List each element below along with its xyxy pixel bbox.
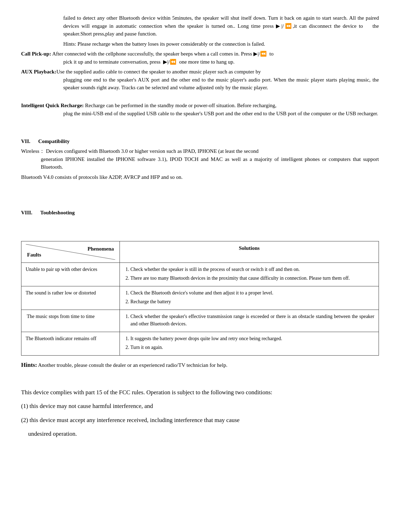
recharge-text-start: Recharge can be performed in the standby… bbox=[84, 103, 276, 108]
table-row: The music stops from time to time Check … bbox=[21, 310, 379, 332]
aux-text-start: Use the supplied audio cable to connect … bbox=[56, 69, 260, 74]
hints-text: Another trouble, please consult the deal… bbox=[37, 362, 227, 368]
section8-roman: VIII. bbox=[21, 210, 32, 215]
fcc-title: This device complies with part 15 of the… bbox=[21, 388, 379, 397]
hints-prefix: Hints: bbox=[21, 362, 37, 368]
fault-cell-4: The Bluetooth indicator remains off bbox=[21, 332, 120, 355]
phenomena-label: Phenomena bbox=[88, 245, 114, 253]
intro-para1: failed to detect any other Bluetooth dev… bbox=[63, 14, 379, 38]
wireless-label: Wireless： bbox=[21, 148, 45, 154]
wireless-text-rest: generation IPHONE installed the IPHONE s… bbox=[41, 155, 379, 171]
call-pickup-block: Call Pick-up: After connected with the c… bbox=[21, 50, 379, 66]
section8-title: Toubleshooting bbox=[40, 210, 75, 215]
fcc-item1: (1) this device may not cause harmful in… bbox=[21, 402, 379, 411]
solution-cell-4: It suggests the battery power drops quit… bbox=[120, 332, 379, 355]
faults-label: Faults bbox=[27, 251, 41, 259]
fcc-item2: (2) this device must accept any interfer… bbox=[21, 416, 379, 425]
wireless-text-start: Devices configured with Bluetooth 3.0 or… bbox=[45, 148, 259, 154]
fcc-section: This device complies with part 15 of the… bbox=[21, 388, 379, 439]
fault-cell-1: Unable to pair up with other devices bbox=[21, 262, 120, 286]
intro-hints: Hints: Please recharge when the battery … bbox=[63, 40, 379, 48]
recharge-block: Intelligent Quick Recharge: Recharge can… bbox=[21, 102, 379, 117]
solution-cell-3: Check whether the speaker's effective tr… bbox=[120, 310, 379, 332]
table-row: The Bluetooth indicator remains off It s… bbox=[21, 332, 379, 355]
aux-playback-block: AUX Playback:Use the supplied audio cabl… bbox=[21, 68, 379, 92]
solution-cell-2: Check the Bluetooth device's volume and … bbox=[120, 286, 379, 310]
call-pickup-text: After connected with the cellphone succe… bbox=[52, 51, 273, 57]
hints-section: Hints: Another trouble, please consult t… bbox=[21, 361, 379, 370]
fault-cell-3: The music stops from time to time bbox=[21, 310, 120, 332]
table-row: The sound is rather low or distorted Che… bbox=[21, 286, 379, 310]
recharge-text-rest: plug the mini-USB end of the supplied US… bbox=[63, 110, 379, 118]
fcc-item2b: undesired operation. bbox=[28, 429, 379, 439]
table-row: Unable to pair up with other devices Che… bbox=[21, 262, 379, 286]
section7-heading: VII. Compatibility bbox=[21, 137, 379, 145]
troubleshooting-table: Faults Phenomena Solutions Unable to pai… bbox=[21, 241, 379, 356]
section8-heading: VIII. Toubleshooting bbox=[21, 209, 379, 217]
bt-line: Bluetooth V4.0 consists of protocols lik… bbox=[21, 173, 379, 181]
fault-cell-2: The sound is rather low or distorted bbox=[21, 286, 120, 310]
call-pickup-cont: pick it up and to terminate conversation… bbox=[63, 58, 379, 66]
solutions-header: Solutions bbox=[120, 241, 379, 262]
aux-text-rest: plugging one end to the speaker's AUX po… bbox=[63, 76, 379, 92]
faults-phenomena-header: Faults Phenomena bbox=[21, 241, 120, 262]
recharge-label: Intelligent Quick Recharge: bbox=[21, 103, 84, 108]
section7-title: Compatibility bbox=[38, 138, 70, 144]
call-pickup-label: Call Pick-up: bbox=[21, 51, 51, 57]
wireless-block: Wireless： Devices configured with Blueto… bbox=[21, 147, 379, 171]
section7-roman: VII. bbox=[21, 138, 30, 144]
aux-label: AUX Playback: bbox=[21, 69, 56, 74]
solution-cell-1: Check whether the speaker is still in th… bbox=[120, 262, 379, 286]
